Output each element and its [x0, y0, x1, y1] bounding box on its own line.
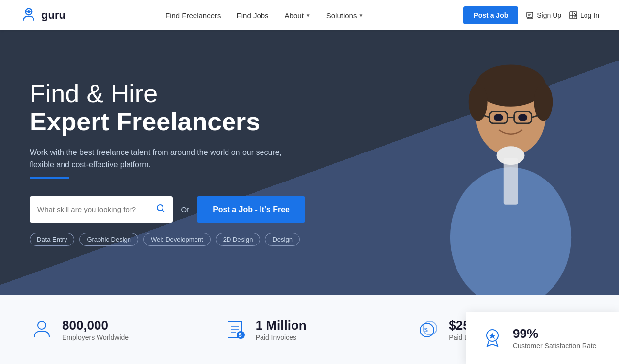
search-icon	[156, 204, 165, 212]
svg-rect-21	[504, 158, 518, 205]
stat-satisfaction-number: 99%	[513, 326, 596, 341]
stat-invoices-label: Paid Invoices	[256, 334, 307, 341]
or-text: Or	[181, 205, 189, 213]
tag-chips: Data Entry Graphic Design Web Developmen…	[30, 233, 305, 246]
svg-text:$: $	[424, 327, 428, 334]
search-input[interactable]	[37, 205, 156, 213]
stat-divider-2	[396, 315, 396, 344]
signup-icon	[526, 11, 534, 19]
hero-section: Find & Hire Expert Freelancers Work with…	[0, 30, 619, 295]
stat-satisfaction-text: 99% Customer Satisfaction Rate	[513, 326, 596, 349]
stat-employers-label: Employers Worldwide	[62, 334, 129, 341]
tag-data-entry[interactable]: Data Entry	[30, 233, 74, 246]
stat-divider-1	[203, 315, 203, 344]
stat-employers: 800,000 Employers Worldwide	[30, 317, 203, 342]
invoice-icon: $	[223, 317, 248, 342]
person-icon	[30, 317, 54, 342]
post-job-nav-button[interactable]: Post a Job	[463, 6, 518, 24]
nav-links: Find Freelancers Find Jobs About ▼ Solut…	[165, 11, 363, 20]
logo-text: guru	[41, 9, 65, 22]
hero-content: Find & Hire Expert Freelancers Work with…	[0, 50, 335, 275]
person-illustration	[422, 39, 599, 295]
nav-about[interactable]: About ▼	[285, 11, 311, 20]
chevron-down-icon: ▼	[306, 13, 311, 18]
logo-icon	[20, 6, 37, 24]
svg-point-19	[518, 114, 527, 121]
tag-web-development[interactable]: Web Development	[143, 233, 211, 246]
stats-bar: 800,000 Employers Worldwide $ 1 Million …	[0, 295, 619, 364]
navbar: guru Find Freelancers Find Jobs About ▼ …	[0, 0, 619, 30]
hero-divider	[30, 177, 69, 179]
stat-employers-text: 800,000 Employers Worldwide	[62, 318, 129, 341]
svg-point-22	[157, 205, 163, 211]
svg-rect-3	[527, 12, 533, 17]
login-button[interactable]: Log In	[569, 11, 599, 19]
nav-solutions[interactable]: Solutions ▼	[326, 11, 364, 20]
stat-invoices-text: 1 Million Paid Invoices	[256, 318, 307, 341]
stat-satisfaction-label: Customer Satisfaction Rate	[513, 342, 596, 350]
stat-employers-number: 800,000	[62, 318, 129, 333]
stat-invoices-number: 1 Million	[256, 318, 307, 333]
svg-line-23	[163, 210, 164, 212]
post-job-hero-button[interactable]: Post a Job - It's Free	[197, 196, 305, 223]
stat-satisfaction-card: 99% Customer Satisfaction Rate	[466, 312, 619, 364]
svg-marker-35	[489, 333, 496, 339]
award-icon	[480, 326, 505, 350]
stat-invoices: $ 1 Million Paid Invoices	[223, 317, 396, 342]
svg-text:$: $	[239, 333, 242, 338]
hero-image	[383, 30, 619, 295]
login-icon	[569, 11, 577, 19]
hero-subtitle: Work with the best freelance talent from…	[30, 146, 286, 171]
search-box	[30, 196, 173, 223]
hero-title-line1: Find & Hire	[30, 80, 305, 108]
nav-find-freelancers[interactable]: Find Freelancers	[165, 11, 221, 20]
money-icon: $	[416, 317, 441, 342]
nav-actions: Post a Job Sign Up Log In	[463, 6, 599, 24]
svg-point-24	[38, 321, 46, 329]
tag-design[interactable]: Design	[265, 233, 299, 246]
search-button[interactable]	[156, 204, 165, 215]
tag-2d-design[interactable]: 2D Design	[216, 233, 261, 246]
nav-find-jobs[interactable]: Find Jobs	[237, 11, 269, 20]
search-row: Or Post a Job - It's Free	[30, 196, 305, 223]
hero-title-line2: Expert Freelancers	[30, 108, 305, 136]
svg-point-18	[494, 114, 503, 121]
tag-graphic-design[interactable]: Graphic Design	[79, 233, 138, 246]
chevron-down-icon: ▼	[358, 13, 363, 18]
logo[interactable]: guru	[20, 6, 65, 24]
signup-button[interactable]: Sign Up	[526, 11, 561, 19]
